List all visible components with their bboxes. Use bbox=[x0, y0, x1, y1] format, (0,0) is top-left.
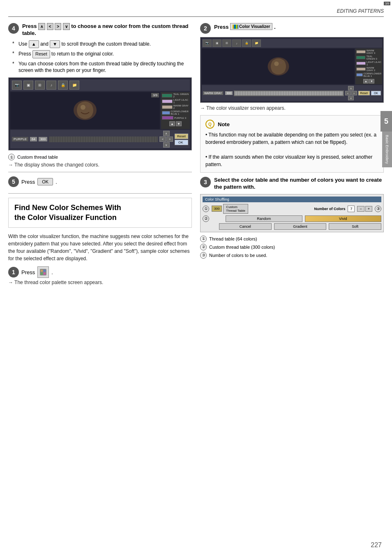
divider2 bbox=[8, 193, 192, 194]
cvs-nav-mid-row: < > bbox=[345, 91, 357, 95]
cs-row2: ② Random Vivid bbox=[203, 215, 381, 222]
scroll-down-btn[interactable]: ▼ bbox=[50, 40, 60, 48]
cvs-btn-folder[interactable]: 📁 bbox=[252, 39, 261, 47]
callout1-text: Custom thread table bbox=[17, 155, 58, 160]
cvs-nav-left-btn[interactable]: < bbox=[345, 91, 351, 95]
cvs-nav-right-btn[interactable]: > bbox=[351, 91, 357, 95]
screen-toolbar: 📷 ▣ ⊞ ♪ 🔒 📁 bbox=[10, 79, 190, 91]
cvs-nav-down-btn[interactable]: ∨ bbox=[348, 96, 354, 100]
step4-screen: 📷 ▣ ⊞ ♪ 🔒 📁 3/9 bbox=[8, 77, 192, 150]
step3-callout1-text: Thread table (64 colors) bbox=[209, 236, 257, 241]
screen-content: 3/9 bbox=[10, 92, 190, 129]
toolbar-btn-rect[interactable]: ▣ bbox=[23, 81, 33, 90]
nav-right-btn[interactable]: > bbox=[166, 136, 173, 142]
cvs-nav-down[interactable]: ▼ bbox=[369, 79, 374, 83]
step4-arrow-result: → The display shows the changed colors. bbox=[8, 162, 192, 168]
toolbar-btn-folder[interactable]: 📁 bbox=[69, 81, 79, 90]
left-column: 4 Press ∧ < > ∨ to choose a new color fr… bbox=[8, 23, 192, 288]
color-nav-down[interactable]: ▼ bbox=[176, 121, 182, 126]
step3-callout3-text: Number of colors to be used. bbox=[209, 253, 267, 258]
cs-num-minus-btn[interactable]: − bbox=[357, 206, 364, 212]
cvs-counter: 3/9 bbox=[384, 2, 390, 5]
cvs-btn-rect[interactable]: ▣ bbox=[212, 39, 221, 47]
cs-soft-btn[interactable]: Soft bbox=[329, 223, 381, 230]
cs-custom-thread-btn[interactable]: CustomThread Table bbox=[223, 204, 248, 214]
cvs-right-panel: WARM GRAY 3 TEAL GREEN 3 LIGHT LILAC 1 bbox=[355, 49, 382, 84]
color-swatch-cornflower: CORNFLOWER BLUE 1 bbox=[162, 110, 189, 115]
cvs-label-lilac1: LIGHT LILAC 1 bbox=[367, 61, 381, 66]
embroidery-design bbox=[71, 96, 99, 126]
svg-point-2 bbox=[86, 104, 90, 108]
cvs-btn-sound[interactable]: ♪ bbox=[232, 39, 241, 47]
ok-button[interactable]: OK bbox=[175, 140, 188, 145]
press-icon-btn[interactable] bbox=[37, 266, 49, 278]
step3-callout2: ② Custom thread table (300 colors) bbox=[200, 244, 384, 250]
step1-press-label: Press bbox=[21, 269, 35, 275]
color-visualizer-btn[interactable]: Color Visualizer bbox=[230, 23, 272, 30]
bottom-bar-label: PURPLE bbox=[12, 137, 28, 141]
cs-random-btn[interactable]: Random bbox=[226, 215, 302, 222]
cs-num-controls: − + bbox=[357, 206, 372, 212]
cvs-btn-grid[interactable]: ⊞ bbox=[222, 39, 231, 47]
page-title-header: EDITING PATTERNS bbox=[337, 8, 384, 14]
bottom-bar-num1: 64 bbox=[30, 137, 37, 141]
page-container: EDITING PATTERNS 4 Press ∧ < > ∨ to choo… bbox=[0, 0, 392, 555]
cvs-ok-btn[interactable]: OK bbox=[371, 91, 381, 95]
cs-gradient-btn[interactable]: Gradient bbox=[274, 223, 327, 230]
step5-ok-btn[interactable]: OK bbox=[37, 178, 53, 185]
section-title-line2: the Color Visualizer Function bbox=[14, 213, 117, 222]
cs-vivid-btn[interactable]: Vivid bbox=[305, 215, 382, 222]
cs-300-btn[interactable]: 300 bbox=[212, 206, 222, 212]
toolbar-btn-sound[interactable]: ♪ bbox=[46, 81, 56, 90]
reset-ok-cluster: Reset OK bbox=[175, 134, 188, 145]
color-block-tealgreen bbox=[162, 94, 172, 97]
cvs-btn-camera[interactable]: 📷 bbox=[203, 39, 212, 47]
toolbar-btn-grid[interactable]: ⊞ bbox=[35, 81, 45, 90]
svg-point-10 bbox=[279, 61, 282, 64]
cvs-nav-up[interactable]: ▲ bbox=[363, 79, 369, 83]
nav-down-btn[interactable]: ∨ bbox=[163, 142, 170, 148]
cs-num-plus-btn[interactable]: + bbox=[365, 206, 372, 212]
svg-point-9 bbox=[274, 61, 279, 66]
arrow-down-btn[interactable]: ∨ bbox=[63, 23, 70, 30]
cvs-block-warmgray2 bbox=[356, 67, 366, 71]
nav-up-btn[interactable]: ∧ bbox=[163, 131, 170, 136]
arrow-left-btn[interactable]: < bbox=[47, 23, 53, 30]
step4-header: 4 Press ∧ < > ∨ to choose a new color fr… bbox=[8, 23, 192, 37]
reset-btn[interactable]: Reset bbox=[32, 50, 50, 58]
reset-button[interactable]: Reset bbox=[175, 134, 188, 139]
toolbar-btn-camera[interactable]: 📷 bbox=[12, 81, 22, 90]
cs-num-value: 7 bbox=[348, 206, 355, 212]
callout1: ① Custom thread table bbox=[8, 154, 192, 160]
note-box: Q Note • This function may not be availa… bbox=[200, 115, 384, 173]
callout1-num: ① bbox=[8, 154, 15, 160]
bottom-bar-num2: 300 bbox=[39, 137, 47, 141]
cvs-reset-btn[interactable]: Reset bbox=[358, 91, 370, 95]
color-block-cornflower bbox=[162, 111, 170, 115]
cvs-btn-lock[interactable]: 🔒 bbox=[242, 39, 251, 47]
divider1 bbox=[8, 172, 192, 172]
cvs-nav-down-row: ∨ bbox=[345, 96, 357, 100]
arrow-right-btn[interactable]: > bbox=[55, 23, 61, 30]
nav-down-row: ∨ bbox=[159, 142, 173, 148]
cs-cancel-btn[interactable]: Cancel bbox=[219, 223, 272, 230]
nav-cluster: ∧ < > ∨ bbox=[159, 131, 173, 148]
cs-row3: Cancel Gradient Soft bbox=[203, 223, 381, 230]
svg-rect-4 bbox=[41, 270, 43, 272]
scroll-up-btn[interactable]: ▲ bbox=[29, 40, 39, 48]
cvs-block-cornflower1 bbox=[356, 73, 363, 76]
svg-rect-5 bbox=[44, 270, 46, 272]
step4-arrow-btns: ∧ < > ∨ bbox=[38, 23, 71, 29]
color-visualizer-label: Color Visualizer bbox=[239, 24, 270, 29]
step2-arrow-result: → The color visualizer screen appears. bbox=[200, 105, 384, 111]
nav-left-btn[interactable]: < bbox=[159, 136, 166, 142]
step3-callout1: ① Thread table (64 colors) bbox=[200, 236, 384, 242]
arrow-up-btn[interactable]: ∧ bbox=[38, 23, 45, 30]
screen-main-area: 3/9 bbox=[10, 92, 160, 129]
cvs-nav-cluster: ∧ < > ∨ bbox=[345, 86, 357, 100]
toolbar-btn-lock[interactable]: 🔒 bbox=[58, 81, 68, 90]
cvs-nav-up-btn[interactable]: ∧ bbox=[348, 86, 354, 90]
step3-callout3-num: ③ bbox=[200, 252, 207, 259]
cvs-bottom-300: 300 bbox=[225, 91, 233, 95]
color-nav-up[interactable]: ▲ bbox=[169, 121, 175, 126]
